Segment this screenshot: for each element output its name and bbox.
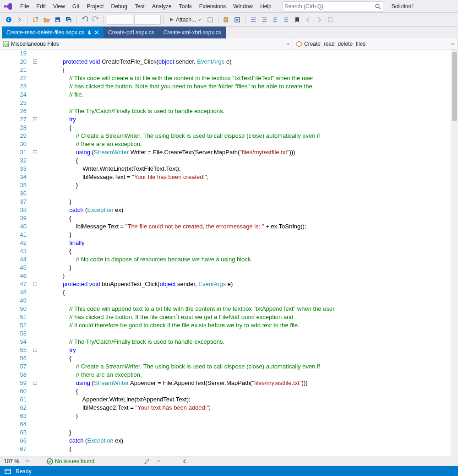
chevron-down-icon <box>286 42 290 46</box>
menu-view[interactable]: View <box>49 1 69 11</box>
fold-toggle[interactable]: − <box>33 348 37 352</box>
left-arrow-icon[interactable] <box>182 459 187 464</box>
code-area[interactable]: protected void CreateTextFile_Click(obje… <box>46 49 451 456</box>
bookmark-prev-icon[interactable] <box>303 15 313 25</box>
nav-symbol-label: Create_read_delete_files <box>304 41 365 47</box>
svg-text:C#: C# <box>4 42 9 47</box>
nav-project-combo[interactable]: C# Miscellaneous Files <box>0 38 293 49</box>
indent-more-icon[interactable] <box>259 15 269 25</box>
code-line <box>49 189 451 198</box>
menu-help[interactable]: Help <box>256 1 275 11</box>
fold-toggle[interactable]: − <box>33 381 37 385</box>
tab[interactable]: Create-read-delete-files.aspx.cs <box>2 27 104 38</box>
save-all-button[interactable] <box>64 15 74 25</box>
search-icon <box>375 3 381 10</box>
attach-button[interactable]: Attach... <box>167 15 204 25</box>
line-number: 40 <box>0 222 27 231</box>
zoom-level[interactable]: 107 % <box>4 458 19 465</box>
fold-toggle[interactable]: − <box>33 117 37 121</box>
svg-rect-8 <box>68 20 71 22</box>
code-line: // there are an exception. <box>49 140 451 148</box>
bookmark-icon[interactable] <box>292 15 302 25</box>
class-icon <box>296 41 302 47</box>
vertical-scrollbar[interactable] <box>451 49 458 456</box>
forward-button[interactable] <box>15 15 25 25</box>
attach-label: Attach... <box>176 16 196 23</box>
line-number: 20 <box>0 58 27 66</box>
tab[interactable]: Create-xml-xbrl.aspx.cs <box>159 27 226 38</box>
line-number: 38 <box>0 206 27 214</box>
indent-less-icon[interactable] <box>248 15 258 25</box>
menu-window[interactable]: Window <box>229 1 256 11</box>
menu-test[interactable]: Test <box>131 1 148 11</box>
menu-extensions[interactable]: Extensions <box>196 1 230 11</box>
line-number: 53 <box>0 330 27 338</box>
menu-git[interactable]: Git <box>69 1 83 11</box>
nav-symbol-combo[interactable]: Create_read_delete_files <box>293 38 458 49</box>
menu-project[interactable]: Project <box>83 1 107 11</box>
search-box[interactable] <box>283 1 383 11</box>
save-button[interactable] <box>53 15 63 25</box>
line-number: 28 <box>0 124 27 132</box>
redo-button[interactable] <box>91 15 101 25</box>
editor-info-bar: 107 % No issues found <box>0 456 458 466</box>
code-line <box>49 330 451 338</box>
box-icon[interactable] <box>232 15 242 25</box>
code-line <box>49 99 451 107</box>
code-line: // The Try/Catch/Finally block is used t… <box>49 107 451 115</box>
line-number: 65 <box>0 428 27 437</box>
debug-target-button[interactable] <box>205 15 215 25</box>
config-combo[interactable] <box>107 15 133 25</box>
code-line: } <box>49 231 451 239</box>
code-line: protected void CreateTextFile_Click(obje… <box>49 58 451 66</box>
fold-toggle[interactable]: − <box>33 60 37 64</box>
tab[interactable]: Create-pdf.aspx.cs <box>104 27 159 38</box>
line-number: 57 <box>0 362 27 371</box>
line-number: 26 <box>0 107 27 115</box>
close-icon[interactable] <box>94 30 99 35</box>
code-line: { <box>49 288 451 297</box>
solution-name: Solution1 <box>392 3 414 10</box>
bookmark-next-icon[interactable] <box>314 15 324 25</box>
issues-indicator[interactable]: No issues found <box>47 458 94 465</box>
svg-rect-3 <box>33 18 37 22</box>
code-editor[interactable]: 1920212223242526272829303132333435363738… <box>0 49 458 456</box>
undo-button[interactable] <box>80 15 90 25</box>
window-icon <box>5 468 11 475</box>
bookmark-clear-icon[interactable] <box>325 15 335 25</box>
menu-edit[interactable]: Edit <box>33 1 49 11</box>
fold-toggle[interactable]: − <box>33 150 37 154</box>
search-input[interactable] <box>285 3 375 10</box>
code-line: // This code will append text to a txt f… <box>49 305 451 313</box>
comment-icon[interactable] <box>270 15 280 25</box>
menu-file[interactable]: File <box>16 1 33 11</box>
pencil-icon[interactable] <box>144 458 150 465</box>
pin-icon[interactable] <box>87 30 92 35</box>
fold-toggle[interactable]: − <box>33 282 37 286</box>
open-button[interactable] <box>42 15 52 25</box>
menu-debug[interactable]: Debug <box>108 1 131 11</box>
code-line: protected void btnAppendText_Click(objec… <box>49 280 451 288</box>
code-line: } <box>49 264 451 272</box>
line-number: 47 <box>0 280 27 288</box>
back-button[interactable] <box>4 15 14 25</box>
find-in-files-icon[interactable] <box>221 15 231 25</box>
platform-combo[interactable] <box>134 15 161 25</box>
line-number: 35 <box>0 181 27 189</box>
svg-rect-10 <box>224 17 228 22</box>
menu-tools[interactable]: Tools <box>175 1 196 11</box>
line-number: 64 <box>0 420 27 428</box>
code-line: { <box>49 247 451 255</box>
line-number: 33 <box>0 165 27 173</box>
line-number-gutter: 1920212223242526272829303132333435363738… <box>0 49 32 456</box>
code-line: // The Try/Catch/Finally block is used t… <box>49 338 451 346</box>
line-number: 61 <box>0 395 27 404</box>
scrollbar-thumb[interactable] <box>452 52 457 121</box>
line-number: 58 <box>0 371 27 379</box>
code-line: // Create a StreamWriter. The using bloc… <box>49 132 451 140</box>
menu-analyze[interactable]: Analyze <box>148 1 175 11</box>
uncomment-icon[interactable] <box>281 15 291 25</box>
code-line: Appender.WriteLine(txtAppendText.Text); <box>49 395 451 404</box>
new-item-button[interactable] <box>31 15 41 25</box>
svg-rect-16 <box>5 469 11 474</box>
